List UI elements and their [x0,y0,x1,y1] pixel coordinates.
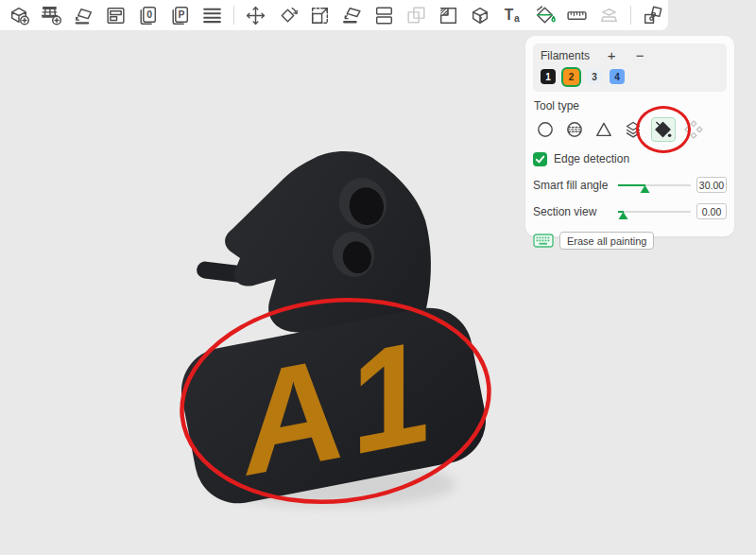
filament-swatches: 1 2 3 4 [541,68,719,85]
toolbar-separator [233,6,234,25]
section-view-label: Section view [533,205,618,218]
filaments-label: Filaments [541,49,590,62]
lay-on-face-icon[interactable] [339,3,365,28]
cut-icon[interactable] [371,3,397,28]
add-plate-icon[interactable] [39,3,64,28]
section-view-row: Section view [533,203,727,219]
filament-swatch-3[interactable]: 3 [587,69,602,84]
measure-icon[interactable] [564,3,590,28]
app-window: { "colors": { "canvas_bg": "#e9e9e9", "t… [0,0,756,555]
text-tool-icon[interactable]: T a [500,3,525,28]
plate-zero-icon[interactable]: 0 [135,3,161,28]
assemble-icon[interactable] [640,3,665,28]
object-list-icon[interactable] [199,3,225,28]
assembly-view-icon [596,3,622,28]
tool-gap-fill-icon [682,118,705,141]
support-painting-icon[interactable] [436,3,461,28]
toolbar-separator [630,6,631,25]
model-3d[interactable]: A1 [174,151,494,514]
erase-all-painting-button[interactable]: Erase all painting [559,232,654,250]
filaments-section: Filaments + − 1 2 3 4 [533,43,727,92]
filament-swatch-1[interactable]: 1 [541,69,556,84]
move-icon[interactable] [243,3,268,28]
tool-fill-icon[interactable] [651,117,676,142]
edge-detection-label: Edge detection [554,152,629,165]
tool-circle-icon[interactable] [534,118,557,141]
slider-track [618,211,691,213]
plate-p-icon[interactable]: P [167,3,193,28]
tool-triangle-icon[interactable] [593,118,615,141]
add-model-icon[interactable] [7,3,32,28]
smart-fill-angle-row: Smart fill angle [533,177,727,193]
slider-thumb[interactable] [618,212,627,219]
split-to-objects-icon[interactable] [468,3,493,28]
main-toolbar: 0 P [0,0,668,30]
erase-row: Erase all painting [533,232,727,250]
tool-type-label: Tool type [534,99,727,113]
edge-detection-row: Edge detection [533,151,727,166]
tool-type-row [534,116,727,142]
plate-p-glyph: P [179,9,185,20]
filament-swatch-2-selected[interactable]: 2 [563,69,579,85]
rotate-icon[interactable] [275,3,301,28]
smart-fill-angle-slider[interactable] [618,178,691,193]
section-view-input[interactable] [696,203,727,219]
text-tool-glyph-a: a [514,13,520,24]
plate-zero-glyph: 0 [146,9,152,20]
section-view-slider[interactable] [618,204,691,219]
filament-swatch-4[interactable]: 4 [610,69,625,84]
paint-tool-panel: Filaments + − 1 2 3 4 Tool type [525,36,734,236]
keyboard-shortcut-icon [533,234,554,248]
slider-thumb[interactable] [640,185,649,193]
scale-icon[interactable] [307,3,333,28]
check-icon [534,153,546,165]
variable-layer-height-icon [404,3,429,28]
color-painting-icon[interactable] [532,3,558,28]
smart-fill-angle-label: Smart fill angle [533,179,618,192]
add-filament-button[interactable]: + [605,49,618,62]
tool-height-range-icon[interactable] [622,118,644,141]
remove-filament-button[interactable]: − [633,49,646,62]
auto-orient-icon[interactable] [71,3,96,28]
arrange-icon[interactable] [103,3,129,28]
text-tool-glyph-t: T [505,7,514,23]
smart-fill-angle-input[interactable] [696,177,727,193]
edge-detection-checkbox[interactable] [533,152,547,166]
tool-sphere-icon[interactable] [563,118,586,141]
